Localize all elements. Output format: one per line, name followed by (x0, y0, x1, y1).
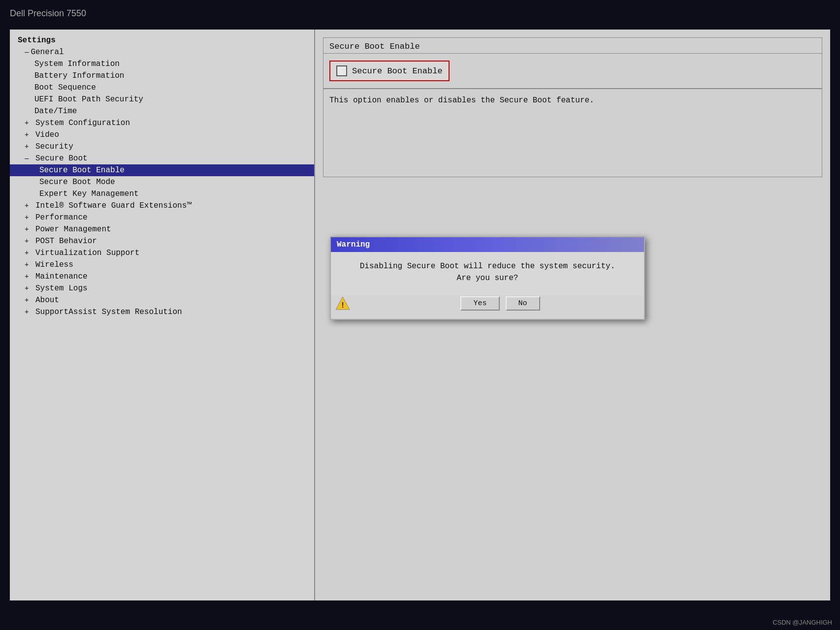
security-prefix: + (25, 143, 29, 151)
performance-prefix: + (25, 214, 29, 221)
sidebar-item-general[interactable]: —General (10, 46, 314, 58)
no-button[interactable]: No (506, 296, 540, 311)
virtualization-prefix: + (25, 249, 29, 257)
maintenance-prefix: + (25, 273, 29, 281)
sidebar-item-system-logs[interactable]: + System Logs (10, 283, 314, 294)
sidebar-item-secure-boot[interactable]: — Secure Boot (10, 153, 314, 164)
right-panel: Secure Boot Enable Secure Boot Enable Th… (315, 30, 830, 600)
secure-boot-checkbox-area: Secure Boot Enable (323, 54, 822, 88)
secure-boot-checkbox[interactable] (336, 65, 347, 76)
post-behavior-prefix: + (25, 237, 29, 245)
bottom-bar (0, 603, 840, 630)
warning-dialog: Warning Disabling Secure Boot will reduc… (330, 236, 645, 320)
secure-boot-prefix: — (25, 155, 29, 162)
sidebar-item-secure-boot-mode[interactable]: Secure Boot Mode (10, 176, 314, 188)
warning-message-line2: Are you sure? (341, 274, 634, 283)
watermark: CSDN @JANGHIGH (773, 619, 832, 626)
svg-text:!: ! (340, 301, 345, 310)
sidebar-item-post-behavior[interactable]: + POST Behavior (10, 235, 314, 247)
sidebar-item-datetime[interactable]: Date/Time (10, 105, 314, 117)
sidebar-item-security[interactable]: + Security (10, 141, 314, 153)
warning-triangle-icon: ! (335, 295, 351, 311)
sidebar-item-secure-boot-enable[interactable]: Secure Boot Enable (10, 164, 314, 176)
wireless-prefix: + (25, 261, 29, 269)
main-content: Settings —General System Information Bat… (10, 30, 830, 600)
sidebar-item-battery-information[interactable]: Battery Information (10, 70, 314, 82)
sidebar-item-virtualization[interactable]: + Virtualization Support (10, 247, 314, 259)
general-prefix: — (25, 48, 29, 56)
warning-buttons: Yes No (460, 296, 540, 311)
top-bar: Dell Precision 7550 (0, 0, 840, 27)
sidebar-item-uefi-boot[interactable]: UEFI Boot Path Security (10, 94, 314, 105)
intel-sgx-prefix: + (25, 202, 29, 210)
sidebar-item-system-information[interactable]: System Information (10, 58, 314, 70)
sidebar-item-video[interactable]: + Video (10, 129, 314, 141)
sidebar-item-about[interactable]: + About (10, 294, 314, 306)
system-config-prefix: + (25, 119, 29, 127)
secure-boot-checkbox-row[interactable]: Secure Boot Enable (329, 61, 450, 81)
warning-title: Warning (337, 240, 370, 249)
video-prefix: + (25, 131, 29, 139)
sidebar-item-system-config[interactable]: + System Configuration (10, 117, 314, 129)
sidebar-item-maintenance[interactable]: + Maintenance (10, 271, 314, 283)
warning-body: Disabling Secure Boot will reduce the sy… (331, 252, 644, 295)
sidebar-item-boot-sequence[interactable]: Boot Sequence (10, 82, 314, 94)
sidebar-item-expert-key[interactable]: Expert Key Management (10, 188, 314, 200)
about-prefix: + (25, 296, 29, 304)
description-area: This option enables or disables the Secu… (323, 89, 822, 177)
sidebar-item-intel-sgx[interactable]: + Intel® Software Guard Extensions™ (10, 200, 314, 212)
sidebar-item-supportassist[interactable]: + SupportAssist System Resolution (10, 306, 314, 318)
warning-message-line1: Disabling Secure Boot will reduce the sy… (341, 262, 634, 271)
secure-boot-section-title: Secure Boot Enable (323, 38, 822, 54)
bios-container: Settings —General System Information Bat… (10, 30, 830, 600)
warning-footer: ! Yes No (331, 295, 644, 319)
yes-button[interactable]: Yes (460, 296, 499, 311)
power-management-prefix: + (25, 225, 29, 233)
bios-title: Dell Precision 7550 (10, 8, 86, 19)
sidebar-item-performance[interactable]: + Performance (10, 212, 314, 223)
secure-boot-checkbox-label: Secure Boot Enable (352, 66, 443, 76)
description-text: This option enables or disables the Secu… (329, 96, 594, 105)
sidebar-item-wireless[interactable]: + Wireless (10, 259, 314, 271)
supportassist-prefix: + (25, 308, 29, 316)
warning-titlebar: Warning (331, 237, 644, 252)
secure-boot-section: Secure Boot Enable Secure Boot Enable (323, 37, 822, 89)
sidebar-item-power-management[interactable]: + Power Management (10, 223, 314, 235)
tree-settings-label: Settings (10, 34, 314, 46)
system-logs-prefix: + (25, 284, 29, 292)
left-panel: Settings —General System Information Bat… (10, 30, 315, 600)
